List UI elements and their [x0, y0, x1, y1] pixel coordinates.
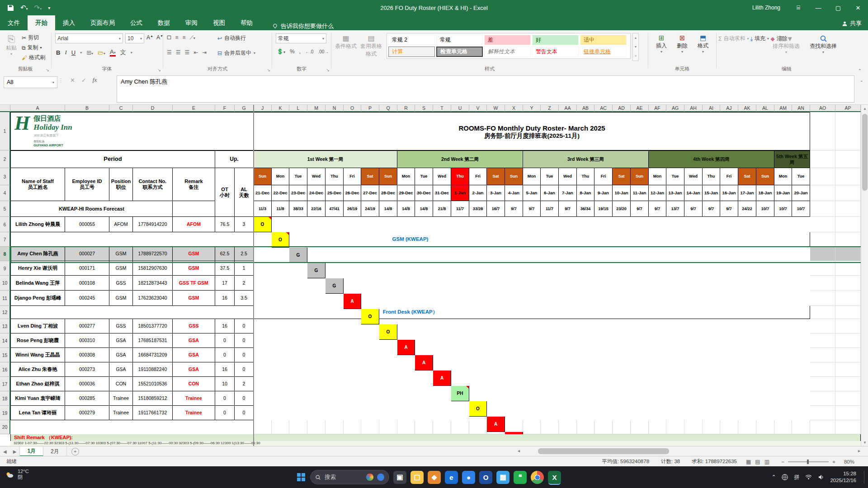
- tell-me-box[interactable]: 告诉我你想要做什么: [260, 22, 334, 30]
- staff-id-cell[interactable]: 000310: [65, 333, 109, 348]
- sheet-tab-2月[interactable]: 2月: [43, 446, 67, 456]
- forecast-cell[interactable]: 24/22: [738, 201, 756, 217]
- volume-icon[interactable]: [818, 474, 824, 480]
- staff-al-cell[interactable]: 0: [235, 362, 254, 377]
- taskbar-excel-app[interactable]: X: [548, 471, 561, 484]
- date-cell[interactable]: 13-Jan: [666, 185, 684, 201]
- cell-AO16[interactable]: [810, 362, 835, 377]
- share-button[interactable]: 共享: [842, 19, 862, 28]
- day-name-cell[interactable]: Thu: [451, 168, 469, 185]
- sheet-nav-right-icon[interactable]: ▶: [10, 449, 20, 454]
- cell-AO10[interactable]: [810, 276, 835, 291]
- forecast-cell[interactable]: 11/3: [254, 201, 272, 217]
- ribbon-tab-视图[interactable]: 视图: [205, 15, 233, 30]
- cell-AO1[interactable]: [810, 112, 835, 150]
- staff-al-cell[interactable]: 2: [235, 276, 254, 291]
- shift-cell-O[interactable]: O: [361, 309, 379, 324]
- cell-AP5[interactable]: [835, 201, 861, 217]
- accounting-format-button[interactable]: 💲▾: [277, 48, 285, 55]
- staff-ot-cell[interactable]: 10: [215, 377, 235, 391]
- staff-al-cell[interactable]: 0: [235, 348, 254, 362]
- formula-input[interactable]: Amy Chen 陈孔燕: [117, 75, 854, 103]
- cell-AO18[interactable]: [810, 391, 835, 406]
- date-cell[interactable]: 26-Dec: [344, 185, 361, 201]
- column-header-AE[interactable]: AE: [631, 105, 649, 112]
- shift-cell-G[interactable]: G: [326, 278, 344, 294]
- staff-ot-cell[interactable]: 62.5: [215, 247, 235, 261]
- cell-AP19[interactable]: [835, 406, 861, 420]
- column-header-AM[interactable]: AM: [774, 105, 792, 112]
- ot-header-cell[interactable]: OT 小时: [215, 168, 235, 217]
- cell-AO19[interactable]: [810, 406, 835, 420]
- column-header-L[interactable]: L: [289, 105, 307, 112]
- day-name-cell[interactable]: Thu: [577, 168, 594, 185]
- column-header-AL[interactable]: AL: [756, 105, 774, 112]
- cell-AP8[interactable]: [835, 247, 861, 261]
- column-header-A[interactable]: A: [10, 105, 65, 112]
- cell-row20[interactable]: [703, 420, 720, 434]
- select-all-corner[interactable]: [0, 105, 10, 112]
- cell-AO15[interactable]: [810, 348, 835, 362]
- date-cell[interactable]: 12-Jan: [649, 185, 666, 201]
- cell-AP2[interactable]: [835, 150, 861, 168]
- day-name-cell[interactable]: Tue: [792, 168, 810, 185]
- day-name-cell[interactable]: Mon: [272, 168, 289, 185]
- cell-AP14[interactable]: [835, 333, 861, 348]
- cell-AO20[interactable]: [810, 420, 835, 434]
- day-name-cell[interactable]: Sun: [254, 168, 272, 185]
- column-header-AJ[interactable]: AJ: [720, 105, 738, 112]
- staff-remark-cell[interactable]: Trainee: [173, 406, 215, 420]
- clipboard-dialog-launcher[interactable]: ↘: [46, 68, 49, 72]
- comma-style-button[interactable]: ,: [299, 48, 301, 55]
- undo-button[interactable]: ↶▾: [20, 4, 28, 12]
- cell-row20[interactable]: [774, 420, 792, 434]
- insert-function-button[interactable]: fx: [93, 76, 97, 84]
- ribbon-tab-帮助[interactable]: 帮助: [233, 15, 260, 30]
- cell-row20[interactable]: [738, 420, 756, 434]
- day-name-cell[interactable]: Tue: [666, 168, 684, 185]
- cell-AP20[interactable]: [835, 420, 861, 434]
- name-box[interactable]: A8▾: [4, 76, 57, 88]
- cell-AP9[interactable]: [835, 261, 861, 276]
- align-right-button[interactable]: ☰: [185, 49, 190, 56]
- staff-position-cell[interactable]: GSS: [109, 276, 133, 291]
- staff-al-cell[interactable]: 3.5: [235, 291, 254, 306]
- staff-name-cell[interactable]: Kimi Yuan 袁宇嵘琦: [10, 391, 65, 406]
- staff-position-cell[interactable]: GSM: [109, 291, 133, 306]
- date-cell[interactable]: 20-Jan: [792, 185, 810, 201]
- staff-name-cell[interactable]: Django Peng 彭瑶峰: [10, 291, 65, 306]
- staff-position-cell[interactable]: GSM: [109, 261, 133, 276]
- staff-position-cell[interactable]: CON: [109, 377, 133, 391]
- column-header-J[interactable]: J: [254, 105, 272, 112]
- ribbon-tab-数据[interactable]: 数据: [150, 15, 178, 30]
- search-avatar-icon[interactable]: [377, 474, 384, 481]
- date-cell[interactable]: 30-Dec: [415, 185, 433, 201]
- staff-al-cell[interactable]: 0: [235, 391, 254, 406]
- cell-row20[interactable]: [433, 420, 451, 434]
- page-layout-view-button[interactable]: ▤: [755, 459, 760, 465]
- cell-row20[interactable]: [523, 420, 541, 434]
- column-header-E[interactable]: E: [173, 105, 215, 112]
- day-name-cell[interactable]: Tue: [415, 168, 433, 185]
- column-header-B[interactable]: B: [65, 105, 109, 112]
- column-header-R[interactable]: R: [397, 105, 415, 112]
- shift-cell-O[interactable]: O: [469, 401, 487, 417]
- restore-button[interactable]: ▢: [828, 0, 848, 15]
- date-cell[interactable]: 22-Dec: [272, 185, 289, 201]
- staff-name-cell[interactable]: Amy Chen 陈孔燕: [10, 247, 65, 261]
- row-header-10[interactable]: 10: [0, 276, 10, 291]
- cell-AO4[interactable]: [810, 185, 835, 201]
- cell-AP18[interactable]: [835, 391, 861, 406]
- forecast-cell[interactable]: 14/8: [379, 201, 397, 217]
- shift-cell-PH[interactable]: PH: [451, 386, 469, 401]
- day-name-cell[interactable]: Tue: [541, 168, 559, 185]
- row-header-7[interactable]: 7: [0, 232, 10, 247]
- column-header-AB[interactable]: AB: [577, 105, 594, 112]
- forecast-cell[interactable]: 9/7: [720, 201, 738, 217]
- date-cell[interactable]: 24-Dec: [307, 185, 326, 201]
- forecast-cell[interactable]: 33/28: [469, 201, 487, 217]
- cell-AO3[interactable]: [810, 168, 835, 185]
- sheet-tab-1月[interactable]: 1月: [20, 446, 43, 456]
- day-name-cell[interactable]: Wed: [433, 168, 451, 185]
- day-name-cell[interactable]: Sat: [738, 168, 756, 185]
